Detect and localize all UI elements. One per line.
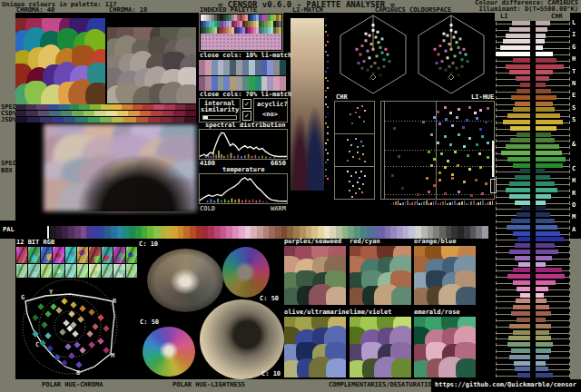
chr-bar bbox=[536, 280, 556, 285]
li-bar bbox=[513, 330, 530, 335]
hue-chroma-point bbox=[61, 359, 67, 366]
hue-tick bbox=[464, 201, 466, 205]
hue-tick bbox=[423, 201, 425, 205]
chr-track-cap bbox=[569, 114, 570, 118]
data-point bbox=[355, 172, 357, 173]
pal-swatch bbox=[50, 226, 56, 239]
similarity-checkbox[interactable]: ✓ bbox=[242, 99, 251, 109]
data-point bbox=[445, 118, 448, 121]
spec-strip-segment bbox=[47, 104, 58, 110]
li-bar bbox=[509, 355, 530, 359]
mini-bar bbox=[213, 201, 215, 202]
chr-track-cap bbox=[569, 269, 570, 272]
chr-track-cap bbox=[569, 145, 570, 149]
vertical-caption-char: I bbox=[572, 32, 576, 38]
spec-strip-segment bbox=[164, 104, 175, 110]
hue-tick bbox=[421, 202, 423, 205]
pal-swatch bbox=[428, 226, 434, 239]
similarity-slider-handle[interactable] bbox=[203, 116, 208, 119]
spec-strip-segment bbox=[143, 104, 153, 110]
li-track-cap bbox=[496, 294, 497, 298]
cube-point bbox=[378, 67, 380, 70]
mini-bar bbox=[245, 200, 247, 203]
li-track-cap bbox=[496, 207, 497, 211]
cube-point bbox=[367, 50, 369, 53]
vertical-caption-char: M bbox=[572, 214, 576, 220]
close-cols-70-label: close cols: 70% li-match bbox=[200, 92, 291, 98]
cube-point bbox=[447, 34, 449, 37]
bit-rgb-square bbox=[113, 247, 124, 263]
hue-tick bbox=[426, 201, 428, 205]
pal-swatch bbox=[397, 226, 403, 239]
chr-bar bbox=[536, 243, 555, 248]
bit-rgb-square bbox=[77, 247, 88, 263]
mini-bar bbox=[237, 155, 239, 159]
mini-bar bbox=[266, 201, 268, 203]
li-match-pixel bbox=[325, 31, 327, 33]
repo-url[interactable]: https://github.com/Quickmarble/censor bbox=[435, 382, 576, 388]
chr-track-cap bbox=[569, 275, 570, 279]
cube-point bbox=[377, 31, 379, 34]
acyclic-value[interactable]: <no> bbox=[262, 112, 278, 118]
hue-chroma-point bbox=[72, 330, 78, 337]
csd-strip-segment bbox=[117, 111, 128, 116]
chr-track-cap bbox=[569, 201, 570, 205]
pal-swatch bbox=[183, 226, 190, 239]
gamut-letter: C bbox=[35, 341, 39, 348]
palette-swatch bbox=[279, 27, 281, 34]
data-point bbox=[437, 142, 439, 144]
chroma40-voronoi-image bbox=[15, 18, 105, 104]
cube-point bbox=[356, 48, 359, 51]
histogram-scroll-handle[interactable] bbox=[490, 179, 497, 193]
pal-swatch bbox=[451, 226, 458, 239]
li-match-image bbox=[290, 18, 324, 191]
hue-tick bbox=[447, 203, 448, 205]
li-match-pixel bbox=[327, 132, 329, 134]
li-bar bbox=[515, 367, 530, 371]
csd-strip-segment bbox=[72, 111, 83, 116]
li-bar bbox=[507, 225, 530, 230]
chr-track-cap bbox=[569, 195, 570, 199]
data-point bbox=[357, 152, 359, 153]
chr-bar bbox=[536, 219, 555, 223]
similarity-slider-track[interactable] bbox=[202, 115, 237, 120]
data-point bbox=[360, 171, 362, 172]
histogram-scrollbar[interactable] bbox=[492, 141, 494, 177]
li-match-pixel bbox=[325, 103, 327, 105]
mini-bar bbox=[274, 157, 276, 158]
li-bar bbox=[500, 45, 530, 50]
chr-bar bbox=[536, 27, 547, 32]
chr-bar bbox=[536, 132, 551, 137]
acyclic-checkbox[interactable]: ✓ bbox=[242, 111, 251, 121]
pal-swatch bbox=[178, 226, 184, 239]
pal-swatch bbox=[470, 226, 477, 239]
li-track-cap bbox=[496, 96, 497, 100]
mini-bar bbox=[249, 200, 251, 202]
pal-swatch bbox=[464, 226, 470, 239]
data-point bbox=[440, 152, 443, 155]
li-bar bbox=[517, 237, 530, 241]
mini-bar bbox=[234, 200, 236, 202]
chr-bar bbox=[536, 348, 551, 353]
hue-chroma-point bbox=[46, 345, 53, 351]
mini-bar bbox=[258, 156, 260, 158]
chr-track-cap bbox=[569, 189, 570, 192]
li-bar bbox=[514, 361, 530, 366]
li-match-pixel bbox=[325, 44, 327, 46]
mini-bar bbox=[224, 200, 226, 203]
chr-bar bbox=[536, 39, 545, 44]
hue-tick bbox=[435, 201, 437, 205]
close-col-swatch bbox=[255, 60, 261, 75]
hue-chroma-point bbox=[75, 361, 82, 368]
pal-strip-cursor[interactable] bbox=[47, 226, 49, 239]
li-bar bbox=[513, 280, 530, 285]
data-point bbox=[451, 173, 454, 176]
tile-label: red/cyan bbox=[350, 239, 380, 245]
mini-bar bbox=[255, 201, 257, 202]
pal-swatch bbox=[239, 226, 245, 239]
data-point bbox=[485, 182, 487, 185]
jsd-strip-segment bbox=[52, 117, 64, 122]
li-chr-histogram bbox=[496, 21, 570, 379]
data-point bbox=[449, 143, 452, 146]
chr-bar bbox=[536, 305, 549, 309]
